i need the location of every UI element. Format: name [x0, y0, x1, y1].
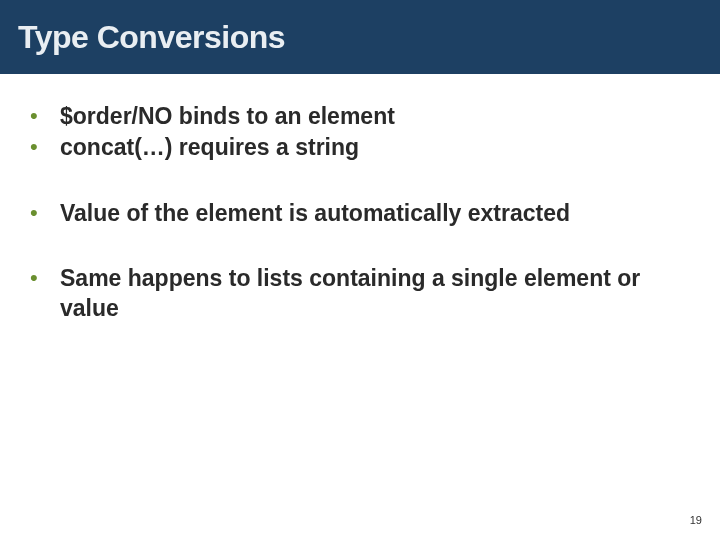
- page-number: 19: [690, 514, 702, 526]
- bullet-group: • Same happens to lists containing a sin…: [28, 264, 698, 323]
- slide-content: • $order/NO binds to an element • concat…: [0, 74, 720, 323]
- bullet-item: • Value of the element is automatically …: [28, 199, 698, 228]
- title-band: Type Conversions: [0, 0, 720, 74]
- bullet-text: concat(…) requires a string: [60, 133, 359, 162]
- bullet-icon: •: [28, 264, 60, 292]
- slide-title: Type Conversions: [18, 19, 285, 56]
- bullet-text: Same happens to lists containing a singl…: [60, 264, 698, 323]
- bullet-icon: •: [28, 199, 60, 227]
- bullet-group: • $order/NO binds to an element • concat…: [28, 102, 698, 163]
- bullet-item: • concat(…) requires a string: [28, 133, 698, 162]
- bullet-item: • Same happens to lists containing a sin…: [28, 264, 698, 323]
- bullet-text: $order/NO binds to an element: [60, 102, 395, 131]
- bullet-icon: •: [28, 102, 60, 130]
- bullet-icon: •: [28, 133, 60, 161]
- slide: Type Conversions • $order/NO binds to an…: [0, 0, 720, 540]
- bullet-text: Value of the element is automatically ex…: [60, 199, 570, 228]
- bullet-item: • $order/NO binds to an element: [28, 102, 698, 131]
- bullet-group: • Value of the element is automatically …: [28, 199, 698, 228]
